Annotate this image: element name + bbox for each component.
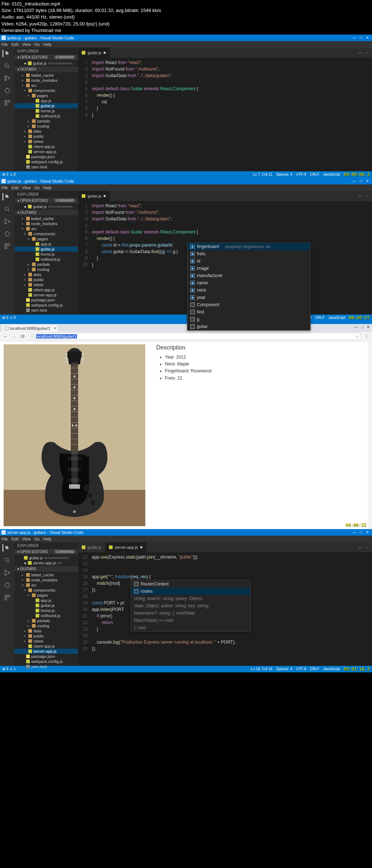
folder-item[interactable]: ▾components [15, 588, 78, 593]
status-lang[interactable]: JavaScript [323, 172, 340, 176]
split-editor-icon[interactable]: ▱ [359, 50, 362, 55]
menu-edit[interactable]: Edit [12, 42, 19, 47]
status-encoding[interactable]: UTF-8 [296, 172, 306, 176]
folder-item[interactable]: ▸data [15, 272, 78, 277]
file-item[interactable]: app.js [15, 598, 78, 603]
file-item[interactable]: package.json [15, 297, 78, 303]
folder-item[interactable]: ▸node_modules [15, 221, 78, 226]
close-button[interactable]: ✕ [364, 35, 371, 41]
debug-icon[interactable] [4, 230, 11, 237]
folder-item[interactable]: ▸data [15, 628, 78, 633]
folder-item[interactable]: ▾pages [15, 236, 78, 241]
open-editor-item[interactable]: ●server-app.js src [15, 560, 78, 565]
folder-item[interactable]: ▸public [15, 277, 78, 282]
tab-server-app-js[interactable]: server-app.js [105, 542, 146, 552]
browser-tab[interactable]: localhost:8080/guitar/1 ✕ [2, 325, 58, 332]
folder-item[interactable]: ▾src [15, 226, 78, 231]
more-actions-icon[interactable]: ⋯ [365, 545, 369, 550]
explorer-icon[interactable] [3, 544, 10, 552]
status-eol[interactable]: CRLF [315, 316, 324, 320]
open-editor-item[interactable]: guitar.js src\components\... [15, 555, 78, 560]
file-item[interactable]: notfound.js [15, 257, 78, 262]
status-position[interactable]: Ln 16, Col 16 [251, 667, 273, 671]
folder-item[interactable]: ▸partials [15, 618, 78, 623]
file-item[interactable]: notfound.js [15, 613, 78, 618]
folder-item[interactable]: ▾components [15, 88, 78, 93]
intellisense-item[interactable]: ◆year [187, 294, 310, 301]
intellisense-item[interactable]: ◆image [187, 265, 310, 272]
menu-edit[interactable]: Edit [12, 537, 19, 541]
debug-icon[interactable] [4, 87, 11, 94]
file-item[interactable]: server-app.js [15, 649, 78, 654]
file-item[interactable]: client-app.js [15, 644, 78, 649]
tab-close-icon[interactable]: ✕ [53, 326, 56, 330]
intellisense-item[interactable]: □g [187, 316, 310, 323]
menu-help[interactable]: Help [43, 185, 52, 190]
status-position[interactable]: Ln 7, Col 11 [253, 172, 272, 176]
tab-guitar-js[interactable]: guitar.js [78, 191, 110, 201]
folder-item[interactable]: ▸public [15, 134, 78, 139]
file-item[interactable]: yarn.lock [15, 164, 78, 169]
file-item[interactable]: home.js [15, 108, 78, 113]
folder-item[interactable]: ▸views [15, 282, 78, 287]
status-eol[interactable]: CRLF [310, 172, 319, 176]
reload-button[interactable]: ⟳ [20, 333, 26, 339]
file-item[interactable]: client-app.js [15, 287, 78, 292]
scm-icon[interactable] [4, 218, 11, 225]
file-item[interactable]: guitar.js [15, 247, 78, 252]
file-item[interactable]: app.js [15, 98, 78, 103]
minimize-button[interactable]: — [351, 35, 357, 41]
menu-go[interactable]: Go [34, 537, 40, 541]
status-encoding[interactable]: UTF-8 [296, 667, 306, 671]
intellisense-item[interactable]: □Component [187, 301, 310, 308]
folder-item[interactable]: ▸babel_cache [15, 73, 78, 78]
close-button[interactable]: ✕ [367, 325, 370, 329]
open-editors-header[interactable]: ▾ OPEN EDITORS1 UNSAVED [15, 198, 78, 203]
menu-icon[interactable]: ⋮ [363, 333, 370, 339]
folder-item[interactable]: ▾src [15, 83, 78, 88]
debug-icon[interactable] [4, 581, 11, 589]
folder-item[interactable]: ▸babel_cache [15, 572, 78, 577]
open-editor-item[interactable]: ●guitar.js src\components\... [15, 204, 78, 209]
code-editor[interactable]: 121314151617181920212223242526 app.use(E… [78, 552, 372, 653]
extensions-icon[interactable] [4, 243, 11, 250]
folder-item[interactable]: ▾pages [15, 93, 78, 98]
file-item[interactable]: server-app.js [15, 292, 78, 297]
intellisense-item[interactable]: ◆fingerboard(property) fingerboard: str… [187, 243, 310, 250]
menu-view[interactable]: View [22, 185, 31, 190]
status-errors[interactable]: ⊗ 0 ⚠ 0 [2, 172, 16, 176]
intellisense-item[interactable]: □routes [131, 588, 250, 595]
extensions-icon[interactable] [4, 594, 11, 601]
folder-item[interactable]: ▾src [15, 583, 78, 588]
search-icon[interactable] [4, 62, 11, 69]
menu-file[interactable]: File [1, 537, 8, 541]
intellisense-item[interactable]: □RouterContext [131, 580, 250, 588]
split-editor-icon[interactable]: ▱ [359, 193, 362, 199]
intellisense-item[interactable]: □guitar [187, 323, 310, 330]
extensions-icon[interactable] [4, 99, 11, 107]
open-editors-header[interactable]: ▾ OPEN EDITORS 1 UNSAVED [15, 55, 78, 60]
menu-file[interactable]: File [1, 185, 8, 190]
folder-item[interactable]: ▸views [15, 639, 78, 644]
file-item[interactable]: webpack.config.js [15, 303, 78, 308]
folder-item[interactable]: ▸public [15, 633, 78, 639]
file-item[interactable]: yarn.lock [15, 308, 78, 313]
search-icon[interactable] [4, 557, 11, 564]
status-lang[interactable]: JavaScript [328, 316, 345, 320]
explorer-icon[interactable] [3, 193, 10, 200]
code-lines[interactable]: import React from "react"; import NotFou… [92, 59, 372, 118]
close-button[interactable]: ✕ [364, 529, 371, 536]
intellisense-item[interactable]: ◆manufacturer [187, 272, 310, 279]
maximize-button[interactable]: □ [357, 35, 364, 41]
file-item[interactable]: webpack.config.js [15, 159, 78, 164]
menu-go[interactable]: Go [34, 185, 40, 190]
back-button[interactable]: ← [2, 333, 9, 339]
intellisense-popup[interactable]: □RouterContext□routesstring; search: str… [131, 580, 251, 632]
search-icon[interactable] [4, 205, 11, 213]
folder-item[interactable]: ▸routing [15, 267, 78, 272]
close-button[interactable]: ✕ [364, 178, 371, 184]
folder-item[interactable]: ▸partials [15, 119, 78, 124]
folder-item[interactable]: ▸babel_cache [15, 216, 78, 221]
intellisense-item[interactable]: □find [187, 308, 310, 316]
titlebar[interactable]: server-app.js - guitars - Visual Studio … [0, 529, 372, 536]
